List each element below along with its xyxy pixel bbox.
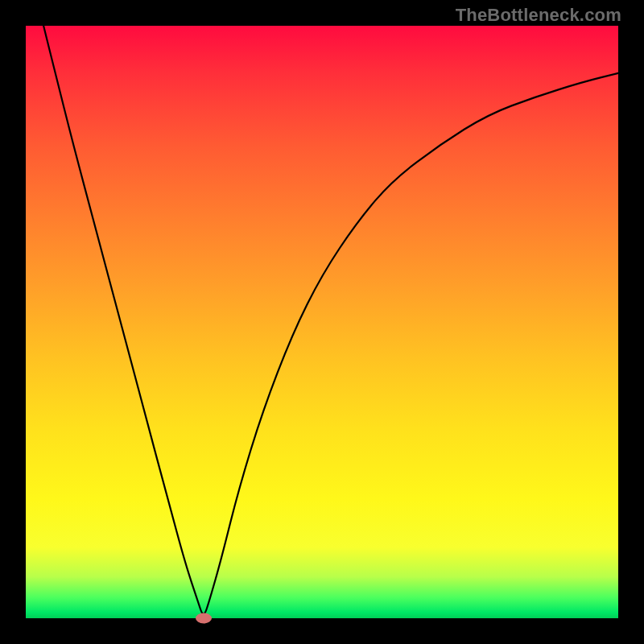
- chart-frame: TheBottleneck.com: [0, 0, 644, 644]
- watermark-text: TheBottleneck.com: [456, 5, 621, 26]
- bottleneck-curve: [26, 26, 618, 618]
- minimum-marker: [196, 613, 212, 624]
- plot-area: [26, 26, 618, 618]
